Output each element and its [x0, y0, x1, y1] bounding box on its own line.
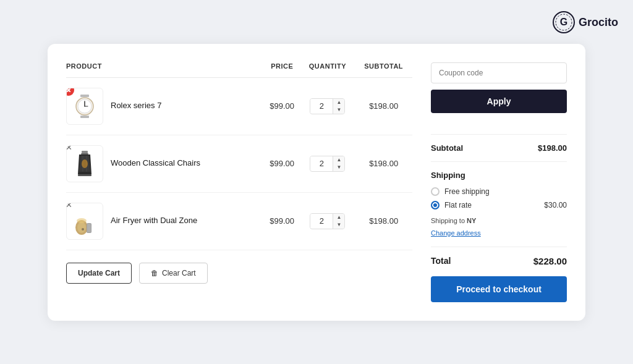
total-label: Total — [431, 256, 451, 266]
total-value: $228.00 — [533, 256, 567, 266]
table-row: ✕ Air — [66, 192, 412, 250]
table-row: Rolex series 7 $99.00 ▲ ▼ $198. — [66, 77, 412, 135]
apply-button[interactable]: Apply — [431, 90, 567, 113]
product-image-2: ✕ — [66, 145, 103, 182]
flat-rate-price: $30.00 — [544, 201, 567, 210]
svg-rect-18 — [87, 224, 91, 232]
quantity-input-2[interactable] — [310, 156, 333, 171]
total-divider — [431, 247, 567, 247]
svg-rect-11 — [78, 174, 91, 176]
qty-decrease-3[interactable]: ▼ — [333, 221, 344, 229]
svg-rect-3 — [80, 95, 89, 97]
svg-rect-10 — [81, 153, 88, 154]
shipping-option-free: Free shipping — [431, 187, 567, 196]
product-name-2: Wooden Classical Chairs — [111, 158, 200, 169]
logo-icon: G — [553, 11, 575, 33]
shipping-label: Shipping — [431, 171, 567, 180]
qty-decrease-1[interactable]: ▼ — [333, 106, 344, 114]
col-product: PRODUCT — [66, 62, 264, 78]
subtotal-row: Subtotal $198.00 — [431, 143, 567, 153]
qty-increase-1[interactable]: ▲ — [333, 99, 344, 106]
product-price-1: $99.00 — [264, 77, 300, 135]
clear-cart-label: Clear Cart — [162, 269, 196, 277]
product-name-3: Air Fryer with Dual Zone — [111, 215, 197, 226]
summary-section: Apply Subtotal $198.00 Shipping Free shi… — [431, 62, 567, 302]
summary-divider — [431, 134, 567, 135]
svg-point-14 — [82, 159, 88, 168]
logo: G Grocito — [553, 11, 618, 33]
product-subtotal-2: $198.00 — [355, 135, 412, 192]
svg-rect-4 — [80, 116, 89, 118]
radio-free-shipping[interactable] — [431, 187, 440, 196]
svg-text:G: G — [560, 17, 567, 27]
free-shipping-label: Free shipping — [444, 187, 490, 196]
cart-section: PRODUCT PRICE QUANTITY SUBTOTAL — [66, 62, 412, 302]
watch-icon — [69, 91, 100, 122]
shipping-divider — [431, 161, 567, 162]
svg-rect-9 — [82, 151, 88, 153]
shipping-to-text: Shipping to NY — [431, 217, 567, 224]
svg-point-19 — [77, 218, 87, 223]
product-subtotal-3: $198.00 — [355, 192, 412, 250]
trash-icon: 🗑 — [151, 269, 158, 277]
shipping-options: Free shipping Flat rate $30.00 — [431, 187, 567, 210]
quantity-input-3[interactable] — [310, 214, 333, 228]
col-subtotal: SUBTOTAL — [355, 62, 412, 78]
product-image-3: ✕ — [66, 203, 103, 240]
radio-flat-rate[interactable] — [431, 201, 440, 210]
product-name-1: Rolex series 7 — [111, 100, 161, 111]
qty-increase-2[interactable]: ▲ — [333, 156, 344, 164]
product-image-1 — [66, 88, 103, 125]
qty-increase-3[interactable]: ▲ — [333, 214, 344, 221]
total-row: Total $228.00 — [431, 256, 567, 266]
flat-rate-label: Flat rate — [444, 201, 472, 210]
quantity-wrapper-1: ▲ ▼ — [310, 98, 345, 114]
main-container: PRODUCT PRICE QUANTITY SUBTOTAL — [48, 44, 585, 321]
remove-item-3-button[interactable]: ✕ — [66, 203, 74, 211]
subtotal-label: Subtotal — [431, 143, 463, 153]
col-quantity: QUANTITY — [300, 62, 355, 78]
logo-text: Grocito — [579, 16, 618, 29]
qty-decrease-2[interactable]: ▼ — [333, 164, 344, 171]
product-subtotal-1: $198.00 — [355, 77, 412, 135]
col-price: PRICE — [264, 62, 300, 78]
coupon-input[interactable] — [431, 62, 567, 83]
table-row: ✕ — [66, 135, 412, 192]
change-address-button[interactable]: Change address — [431, 229, 481, 237]
quantity-input-1[interactable] — [310, 99, 333, 113]
clear-cart-button[interactable]: 🗑 Clear Cart — [139, 263, 208, 284]
cart-actions: Update Cart 🗑 Clear Cart — [66, 263, 412, 284]
checkout-button[interactable]: Proceed to checkout — [431, 276, 567, 302]
svg-point-16 — [77, 222, 86, 233]
shipping-option-flat: Flat rate $30.00 — [431, 201, 567, 210]
update-cart-button[interactable]: Update Cart — [66, 263, 132, 284]
quantity-wrapper-3: ▲ ▼ — [310, 213, 345, 229]
product-price-2: $99.00 — [264, 135, 300, 192]
subtotal-value: $198.00 — [538, 143, 567, 153]
remove-item-2-button[interactable]: ✕ — [66, 145, 74, 153]
product-price-3: $99.00 — [264, 192, 300, 250]
cart-table: PRODUCT PRICE QUANTITY SUBTOTAL — [66, 62, 412, 250]
svg-point-20 — [82, 228, 84, 231]
quantity-wrapper-2: ▲ ▼ — [310, 156, 345, 172]
